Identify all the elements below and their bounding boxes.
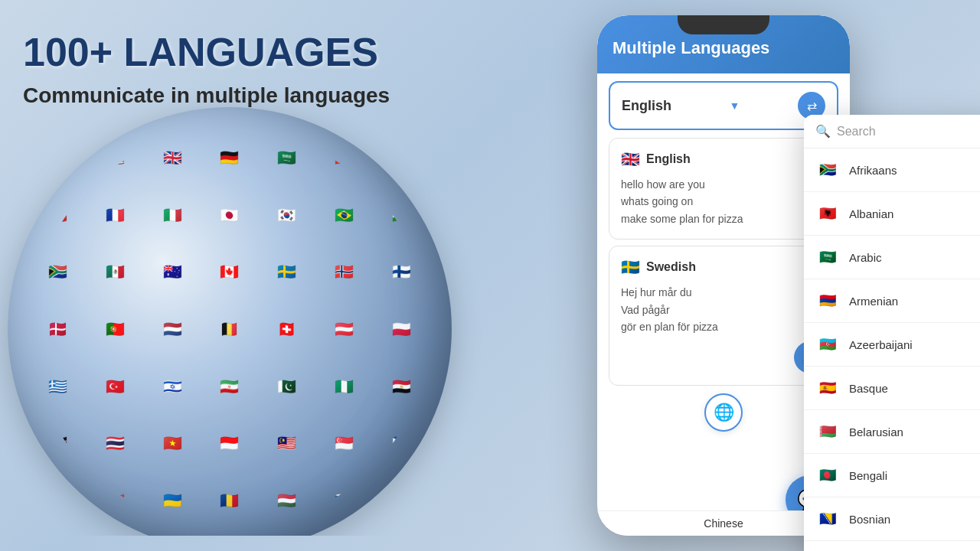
- flag-cell: 🇪🇬: [374, 359, 429, 414]
- flag-cell: 🇳🇬: [317, 359, 372, 414]
- search-input[interactable]: Search: [837, 125, 980, 139]
- language-item-name: Albanian: [849, 207, 893, 220]
- language-item[interactable]: 🇦🇿Azeerbaijani: [804, 323, 980, 367]
- flag-cell: 🇯🇵: [202, 187, 257, 243]
- swedish-lang-name: Swedish: [646, 260, 696, 274]
- flag-cell: 🇹🇷: [88, 359, 143, 414]
- flag-cell: 🇵🇱: [374, 302, 429, 357]
- flag-cell: 🇮🇩: [202, 416, 257, 471]
- flag-cell: 🇨🇦: [202, 244, 257, 299]
- swedish-lang-label: 🇸🇪 Swedish: [621, 258, 826, 276]
- flag-cell: 🇦🇹: [317, 302, 372, 357]
- flag-cell: 🇵🇰: [260, 359, 315, 414]
- language-flag-icon: 🇿🇦: [815, 158, 840, 182]
- swedish-flag-icon: 🇸🇪: [621, 258, 640, 276]
- language-item-name: Azeerbaijani: [849, 338, 913, 351]
- flag-cell: 🇨🇿: [317, 473, 372, 528]
- language-item-name: Bosnian: [849, 513, 890, 526]
- translate-pair-icon: 🌐: [714, 403, 734, 422]
- flag-grid: 🇦🇷🇺🇸🇬🇧🇩🇪🇸🇦🇨🇳🇷🇺🇨🇱🇫🇷🇮🇹🇯🇵🇰🇷🇧🇷🇮🇳🇿🇦🇲🇽🇦🇺🇨🇦🇸🇪🇳🇴…: [31, 130, 429, 528]
- flag-cell: 🇰🇷: [260, 187, 315, 243]
- language-flag-icon: 🇧🇦: [815, 507, 840, 531]
- language-flag-icon: 🇧🇾: [815, 419, 840, 444]
- flag-cell: 🇧🇷: [317, 187, 372, 243]
- flag-cell: 🇨🇳: [317, 130, 372, 185]
- translate-pair-button[interactable]: 🌐: [704, 393, 743, 432]
- flag-cell: 🇷🇺: [374, 130, 429, 185]
- flag-cell: 🇦🇺: [145, 244, 200, 299]
- flag-cell: 🇳🇿: [31, 473, 86, 528]
- flag-cell: 🇨🇭: [260, 302, 315, 357]
- flag-cell: 🇬🇧: [145, 130, 200, 185]
- language-item[interactable]: 🇧🇩Bengali: [804, 454, 980, 497]
- language-item-name: Afrikaans: [849, 164, 897, 177]
- language-item[interactable]: 🇿🇦Afrikaans: [804, 148, 980, 192]
- flag-cell: 🇩🇰: [31, 302, 86, 357]
- flag-cell: 🇿🇦: [88, 473, 143, 528]
- language-flag-icon: 🇦🇲: [815, 289, 840, 313]
- flag-cell: 🇮🇱: [145, 359, 200, 414]
- flag-cell: 🇷🇴: [202, 473, 257, 528]
- selected-language: English: [622, 98, 671, 114]
- language-item[interactable]: 🇦🇲Armenian: [804, 279, 980, 323]
- language-item[interactable]: 🇪🇸Basque: [804, 367, 980, 410]
- flag-cell: 🇮🇳: [374, 187, 429, 243]
- flag-cell: 🇺🇸: [88, 130, 143, 185]
- flag-cell: 🇩🇪: [202, 130, 257, 185]
- language-item[interactable]: 🇧🇬Bulgarian: [804, 541, 980, 551]
- english-lang-label: 🇬🇧 English: [621, 150, 826, 168]
- flag-cell: 🇵🇹: [88, 302, 143, 357]
- globe-container: 🇦🇷🇺🇸🇬🇧🇩🇪🇸🇦🇨🇳🇷🇺🇨🇱🇫🇷🇮🇹🇯🇵🇰🇷🇧🇷🇮🇳🇿🇦🇲🇽🇦🇺🇨🇦🇸🇪🇳🇴…: [0, 61, 521, 536]
- flag-cell: 🇭🇺: [260, 473, 315, 528]
- flag-cell: 🇳🇱: [145, 302, 200, 357]
- flag-cell: 🇧🇪: [202, 302, 257, 357]
- language-item[interactable]: 🇸🇦Arabic: [804, 236, 980, 279]
- language-dropdown[interactable]: 🔍 Search 🇿🇦Afrikaans🇦🇱Albanian🇸🇦Arabic🇦🇲…: [804, 115, 980, 551]
- flag-cell: 🇲🇾: [260, 416, 315, 471]
- speaker-area: 🔊: [621, 341, 826, 373]
- globe: 🇦🇷🇺🇸🇬🇧🇩🇪🇸🇦🇨🇳🇷🇺🇨🇱🇫🇷🇮🇹🇯🇵🇰🇷🇧🇷🇮🇳🇿🇦🇲🇽🇦🇺🇨🇦🇸🇪🇳🇴…: [8, 107, 452, 536]
- flag-cell: 🇫🇷: [88, 187, 143, 243]
- flag-cell: 🇬🇷: [31, 359, 86, 414]
- phone-notch: [678, 15, 769, 34]
- flag-cell: 🇸🇦: [260, 130, 315, 185]
- flag-cell: 🇮🇷: [202, 359, 257, 414]
- language-flag-icon: 🇧🇩: [815, 463, 840, 487]
- language-item-name: Armenian: [849, 295, 898, 308]
- language-list: 🇿🇦Afrikaans🇦🇱Albanian🇸🇦Arabic🇦🇲Armenian🇦…: [804, 148, 980, 551]
- language-item[interactable]: 🇦🇱Albanian: [804, 192, 980, 236]
- flag-cell: 🇹🇭: [88, 416, 143, 471]
- language-item[interactable]: 🇧🇦Bosnian: [804, 497, 980, 541]
- english-lang-name: English: [646, 152, 691, 166]
- flag-cell: 🇫🇮: [374, 244, 429, 299]
- language-flag-icon: 🇪🇸: [815, 376, 840, 400]
- flag-cell: 🇰🇪: [31, 416, 86, 471]
- swap-icon: ⇄: [807, 99, 817, 113]
- english-flag-icon: 🇬🇧: [621, 150, 640, 168]
- flag-cell: 🇲🇽: [88, 244, 143, 299]
- flag-cell: 🇺🇦: [145, 473, 200, 528]
- phone-mockup: Multiple Languages English ▼ ⇄ 🇬🇧 Englis…: [597, 15, 965, 536]
- language-flag-icon: 🇦🇿: [815, 332, 840, 357]
- flag-cell: 🇻🇳: [145, 416, 200, 471]
- flag-cell: 🇸🇪: [260, 244, 315, 299]
- language-item-name: Belarusian: [849, 425, 903, 439]
- language-item-name: Arabic: [849, 251, 882, 264]
- dropdown-arrow-icon[interactable]: ▼: [730, 99, 740, 112]
- flag-cell: 🇮🇹: [145, 187, 200, 243]
- phone-header-title: Multiple Languages: [612, 38, 835, 58]
- language-item-name: Bengali: [849, 469, 887, 482]
- language-flag-icon: 🇦🇱: [815, 201, 840, 226]
- search-box[interactable]: 🔍 Search: [804, 115, 980, 148]
- flag-cell: 🇿🇦: [31, 244, 86, 299]
- flag-cell: 🇸🇬: [317, 416, 372, 471]
- language-item[interactable]: 🇧🇾Belarusian: [804, 410, 980, 454]
- flag-cell: 🇨🇱: [31, 187, 86, 243]
- language-item-name: Basque: [849, 382, 888, 395]
- flag-cell: 🇳🇴: [317, 244, 372, 299]
- flag-cell: 🇦🇷: [31, 130, 86, 185]
- flag-cell: 🇵🇭: [374, 416, 429, 471]
- swedish-text: Hej hur mår duVad pågårgör en plan för p…: [621, 284, 826, 335]
- english-text: hello how are youwhats going onmake some…: [621, 176, 826, 227]
- search-icon: 🔍: [815, 124, 831, 139]
